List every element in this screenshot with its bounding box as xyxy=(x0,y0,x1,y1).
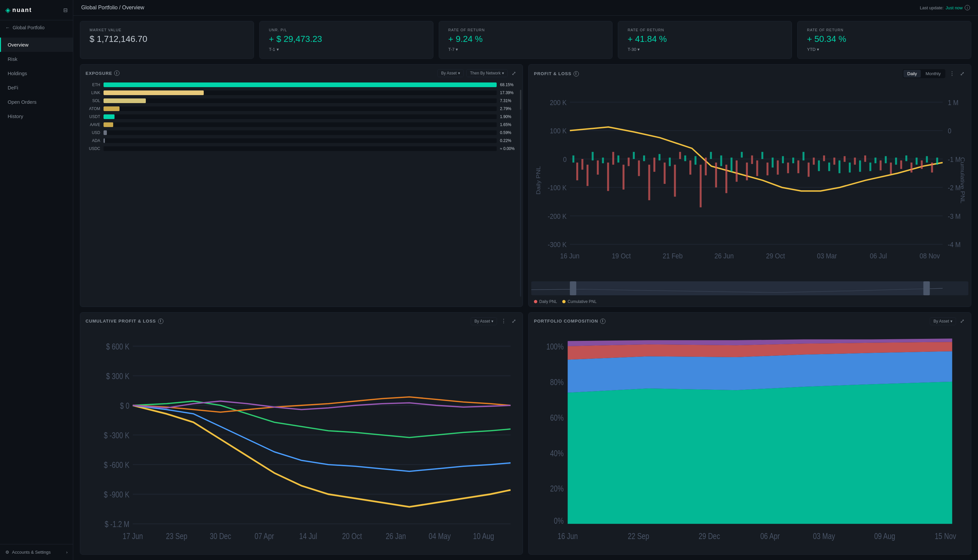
stat-rate-return-ytd-value: + 50.34 % xyxy=(807,34,962,44)
cumulative-pnl-by-asset-btn[interactable]: By Asset ▾ xyxy=(471,317,497,325)
svg-text:16 Jun: 16 Jun xyxy=(558,531,578,541)
exposure-scrollbar[interactable] xyxy=(520,90,521,297)
sidebar-item-defi[interactable]: DeFi xyxy=(0,80,73,95)
pnl-expand-btn[interactable]: ⤢ xyxy=(959,70,966,77)
sidebar-item-overview[interactable]: Overview xyxy=(0,38,73,52)
svg-text:10 Aug: 10 Aug xyxy=(473,531,494,541)
svg-text:$ 300 K: $ 300 K xyxy=(106,371,129,381)
portfolio-composition-header: PORTFOLIO COMPOSITION i By Asset ▾ ⤢ xyxy=(528,313,971,328)
cumulative-pnl-svg: $ 600 K $ 300 K $ 0 $ -300 K $ -600 K $ … xyxy=(85,329,517,549)
svg-text:$ -1.2 M: $ -1.2 M xyxy=(105,520,129,529)
exposure-bar xyxy=(104,107,119,111)
portfolio-composition-info-icon[interactable]: i xyxy=(600,318,605,324)
exposure-asset-label: ADA xyxy=(85,138,100,143)
svg-rect-28 xyxy=(612,152,614,165)
exposure-chart-card: EXPOSURE i By Asset ▾ Then By Network ▾ … xyxy=(80,64,523,307)
stat-rate-return-t7-selector[interactable]: T-7 ▾ xyxy=(448,47,603,52)
svg-text:-300 K: -300 K xyxy=(548,241,567,248)
exposure-then-by-btn[interactable]: Then By Network ▾ xyxy=(466,69,508,77)
svg-text:1 M: 1 M xyxy=(948,99,958,107)
svg-rect-61 xyxy=(782,156,784,163)
pnl-daily-btn[interactable]: Daily xyxy=(903,70,921,77)
daily-pnl-label: Daily PNL xyxy=(539,299,557,304)
main-content: Global Portfolio / Overview Last update:… xyxy=(73,0,978,560)
stat-rate-return-t30-selector[interactable]: T-30 ▾ xyxy=(627,47,782,52)
svg-rect-80 xyxy=(880,160,882,170)
cumulative-pnl-title: CUMULATIVE PROFIT & LOSS i xyxy=(85,318,164,324)
svg-rect-38 xyxy=(664,163,666,184)
svg-text:30 Dec: 30 Dec xyxy=(210,531,231,541)
svg-text:$ 600 K: $ 600 K xyxy=(106,342,129,351)
svg-rect-50 xyxy=(726,165,727,193)
exposure-bar xyxy=(104,114,115,119)
sidebar-settings[interactable]: ⚙ Accounts & Settings › xyxy=(0,544,73,560)
selector-t1-arrow: ▾ xyxy=(277,47,279,52)
info-icon[interactable]: i xyxy=(965,5,970,10)
svg-rect-26 xyxy=(602,158,604,163)
svg-rect-90 xyxy=(931,163,933,173)
pnl-monthly-btn[interactable]: Monthly xyxy=(921,70,945,77)
svg-rect-40 xyxy=(674,165,676,197)
svg-text:21 Feb: 21 Feb xyxy=(663,252,683,260)
pnl-info-icon[interactable]: i xyxy=(573,71,579,77)
svg-rect-51 xyxy=(731,158,733,172)
sidebar-item-risk[interactable]: Risk xyxy=(0,52,73,66)
svg-text:-200 K: -200 K xyxy=(548,212,567,220)
stat-rate-return-t30: RATE OF RETURN + 41.84 % T-30 ▾ xyxy=(618,21,792,59)
exposure-row: SOL 7.31% xyxy=(85,98,517,103)
svg-rect-39 xyxy=(669,158,671,166)
svg-text:03 Mar: 03 Mar xyxy=(817,252,837,260)
svg-rect-24 xyxy=(592,152,594,161)
exposure-bar xyxy=(104,130,107,135)
cumulative-pnl-title-text: CUMULATIVE PROFIT & LOSS xyxy=(85,318,156,323)
stat-rate-return-ytd-selector[interactable]: YTD ▾ xyxy=(807,47,962,52)
svg-rect-68 xyxy=(818,160,820,171)
svg-text:Daily PNL: Daily PNL xyxy=(535,166,542,195)
sidebar-collapse-icon[interactable]: ⊟ xyxy=(63,7,68,13)
svg-rect-47 xyxy=(710,152,712,159)
svg-rect-29 xyxy=(617,155,620,162)
exposure-bar-container xyxy=(104,98,497,103)
pnl-legend-daily: Daily PNL xyxy=(534,299,557,304)
sidebar-nav: Overview Risk Holdings DeFi Open Orders … xyxy=(0,35,73,544)
pnl-more-btn[interactable]: ⋮ xyxy=(948,70,956,77)
logo-icon: ◈ xyxy=(5,6,10,14)
svg-rect-20 xyxy=(573,155,575,162)
sidebar-item-holdings[interactable]: Holdings xyxy=(0,66,73,80)
sidebar-item-open-orders[interactable]: Open Orders xyxy=(0,95,73,109)
svg-rect-66 xyxy=(807,163,809,177)
exposure-bar xyxy=(104,90,204,95)
exposure-pct-label: 1.90% xyxy=(500,114,517,119)
svg-rect-57 xyxy=(761,152,763,159)
stats-row: MARKET VALUE $ 1,712,146.70 UNR. P/L + $… xyxy=(73,16,978,64)
portfolio-composition-expand-btn[interactable]: ⤢ xyxy=(959,317,966,325)
exposure-by-asset-btn[interactable]: By Asset ▾ xyxy=(437,69,464,77)
cumulative-pnl-more-btn[interactable]: ⋮ xyxy=(500,317,508,325)
topbar: Global Portfolio / Overview Last update:… xyxy=(73,0,978,16)
svg-text:200 K: 200 K xyxy=(550,99,567,107)
exposure-pct-label: 2.79% xyxy=(500,107,517,111)
topbar-title: Global Portfolio / Overview xyxy=(81,5,144,10)
portfolio-composition-by-asset-btn[interactable]: By Asset ▾ xyxy=(930,317,956,325)
selector-ytd-label: YTD xyxy=(807,47,816,52)
pnl-chart-title: PROFIT & LOSS i xyxy=(534,71,579,77)
sidebar-portfolio-link[interactable]: ← Global Portfolio xyxy=(0,20,73,35)
pnl-chart-body: 200 K 100 K 0 -100 K -200 K -300 K 1 M 0… xyxy=(528,81,971,307)
svg-rect-63 xyxy=(792,158,794,163)
exposure-info-icon[interactable]: i xyxy=(114,70,119,76)
cumulative-pnl-info-icon[interactable]: i xyxy=(158,318,164,324)
stat-unr-pl-selector[interactable]: T-1 ▾ xyxy=(269,47,424,52)
svg-rect-34 xyxy=(643,155,645,161)
last-update-label: Last update: xyxy=(920,5,944,10)
svg-rect-53 xyxy=(741,152,743,158)
exposure-expand-btn[interactable]: ⤢ xyxy=(510,70,517,77)
svg-rect-91 xyxy=(936,158,938,165)
svg-text:16 Jun: 16 Jun xyxy=(560,252,580,260)
cumulative-pnl-chart-body: $ 600 K $ 300 K $ 0 $ -300 K $ -600 K $ … xyxy=(80,328,523,555)
cumulative-pnl-expand-btn[interactable]: ⤢ xyxy=(510,317,517,325)
sidebar-item-history[interactable]: History xyxy=(0,109,73,123)
exposure-asset-label: USD xyxy=(85,130,100,135)
exposure-pct-label: 7.31% xyxy=(500,98,517,103)
stat-rate-return-t30-value: + 41.84 % xyxy=(627,34,782,44)
daily-pnl-dot xyxy=(534,300,537,303)
